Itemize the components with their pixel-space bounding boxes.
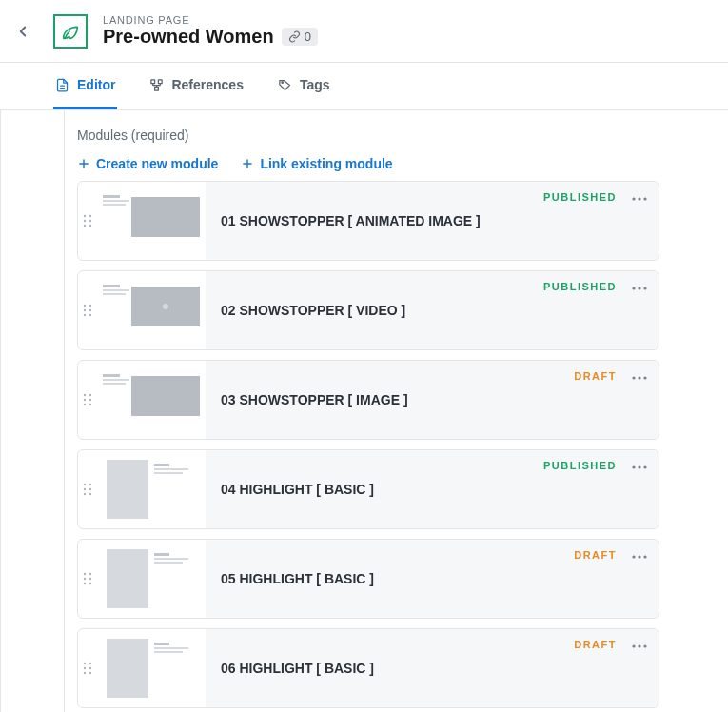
svg-point-5 xyxy=(282,81,284,83)
svg-point-35 xyxy=(638,376,640,379)
tag-icon xyxy=(278,78,292,92)
leaf-icon xyxy=(60,21,81,42)
topbar: LANDING PAGE Pre-owned Women 0 xyxy=(0,0,728,63)
thumb-wrapper xyxy=(95,361,206,439)
svg-point-25 xyxy=(632,287,635,289)
drag-handle[interactable] xyxy=(78,361,95,439)
svg-point-26 xyxy=(638,287,640,289)
more-button[interactable] xyxy=(628,545,651,568)
tab-references[interactable]: References xyxy=(148,63,246,109)
drag-handle[interactable] xyxy=(78,540,95,618)
module-card[interactable]: 03 SHOWSTOPPER [ IMAGE ] DRAFT xyxy=(77,360,659,440)
svg-point-10 xyxy=(84,215,86,217)
more-icon xyxy=(632,465,647,469)
svg-point-19 xyxy=(84,305,86,307)
references-icon xyxy=(149,78,164,92)
module-card[interactable]: 05 HIGHLIGHT [ BASIC ] DRAFT xyxy=(77,539,659,619)
svg-point-43 xyxy=(632,465,635,468)
svg-point-50 xyxy=(84,583,86,584)
thumb-wrapper xyxy=(95,271,206,349)
tabs: Editor References Tags xyxy=(0,63,728,110)
module-thumbnail xyxy=(99,454,202,524)
module-card[interactable]: 01 SHOWSTOPPER [ ANIMATED IMAGE ] PUBLIS… xyxy=(77,181,659,261)
drag-icon xyxy=(83,393,92,406)
svg-point-49 xyxy=(89,578,91,580)
more-button[interactable] xyxy=(628,188,651,210)
more-button[interactable] xyxy=(628,456,651,479)
more-button[interactable] xyxy=(628,366,651,389)
module-thumbnail xyxy=(99,186,202,256)
svg-point-55 xyxy=(84,663,86,664)
svg-point-12 xyxy=(84,220,86,222)
tab-label: References xyxy=(171,77,244,92)
create-module-button[interactable]: Create new module xyxy=(77,156,218,171)
tab-tags[interactable]: Tags xyxy=(276,63,332,109)
svg-point-41 xyxy=(84,493,86,495)
svg-point-42 xyxy=(89,493,91,495)
thumb-wrapper xyxy=(95,182,206,260)
more-button[interactable] xyxy=(628,635,651,658)
svg-point-53 xyxy=(638,555,640,558)
thumb-wrapper xyxy=(95,450,206,528)
svg-point-39 xyxy=(84,488,86,490)
svg-point-28 xyxy=(84,394,86,396)
module-body: 02 SHOWSTOPPER [ VIDEO ] PUBLISHED xyxy=(206,271,659,349)
more-icon xyxy=(632,644,647,648)
module-title: 06 HIGHLIGHT [ BASIC ] xyxy=(221,661,374,676)
module-body: 04 HIGHLIGHT [ BASIC ] PUBLISHED xyxy=(206,450,659,528)
svg-point-60 xyxy=(89,672,91,674)
svg-point-31 xyxy=(89,399,91,401)
svg-point-22 xyxy=(89,309,91,311)
module-thumbnail xyxy=(99,275,202,346)
link-count: 0 xyxy=(305,30,311,44)
svg-point-11 xyxy=(89,215,91,217)
svg-point-23 xyxy=(84,314,86,316)
module-thumbnail xyxy=(99,365,202,435)
title-block: LANDING PAGE Pre-owned Women 0 xyxy=(103,14,318,48)
module-card[interactable]: 02 SHOWSTOPPER [ VIDEO ] PUBLISHED xyxy=(77,270,659,350)
drag-icon xyxy=(83,483,92,496)
svg-point-47 xyxy=(89,573,91,575)
svg-point-54 xyxy=(643,555,646,558)
back-button[interactable] xyxy=(4,12,42,50)
drag-icon xyxy=(83,662,92,675)
status-badge: PUBLISHED xyxy=(543,281,617,292)
module-card[interactable]: 04 HIGHLIGHT [ BASIC ] PUBLISHED xyxy=(77,449,659,529)
drag-handle[interactable] xyxy=(78,629,95,707)
more-icon xyxy=(632,287,647,290)
drag-handle[interactable] xyxy=(78,450,95,528)
svg-point-44 xyxy=(638,465,640,468)
more-icon xyxy=(632,197,647,201)
page-title: Pre-owned Women xyxy=(103,26,274,48)
link-module-button[interactable]: Link existing module xyxy=(241,156,392,171)
svg-point-20 xyxy=(89,305,91,307)
svg-point-34 xyxy=(632,376,635,379)
svg-point-38 xyxy=(89,484,91,485)
svg-point-17 xyxy=(638,197,640,200)
svg-point-33 xyxy=(89,404,91,405)
action-label: Link existing module xyxy=(260,156,392,171)
svg-point-57 xyxy=(84,667,86,669)
drag-icon xyxy=(83,572,92,585)
drag-handle[interactable] xyxy=(78,182,95,260)
svg-point-45 xyxy=(643,465,646,468)
module-title: 01 SHOWSTOPPER [ ANIMATED IMAGE ] xyxy=(221,213,481,228)
svg-point-16 xyxy=(632,197,635,200)
more-button[interactable] xyxy=(628,277,651,300)
link-icon xyxy=(288,30,301,43)
status-badge: PUBLISHED xyxy=(543,460,617,471)
module-body: 06 HIGHLIGHT [ BASIC ] DRAFT xyxy=(206,629,659,707)
tab-editor[interactable]: Editor xyxy=(53,63,117,109)
svg-point-21 xyxy=(84,309,86,311)
chevron-left-icon xyxy=(14,23,31,40)
module-card[interactable]: 06 HIGHLIGHT [ BASIC ] DRAFT xyxy=(77,628,659,708)
module-title: 04 HIGHLIGHT [ BASIC ] xyxy=(221,482,374,497)
link-count-pill[interactable]: 0 xyxy=(282,28,318,46)
action-label: Create new module xyxy=(96,156,218,171)
tab-label: Editor xyxy=(77,77,115,92)
page-type-icon xyxy=(53,14,88,49)
svg-point-59 xyxy=(84,672,86,674)
drag-icon xyxy=(83,214,92,227)
drag-handle[interactable] xyxy=(78,271,95,349)
svg-point-58 xyxy=(89,667,91,669)
